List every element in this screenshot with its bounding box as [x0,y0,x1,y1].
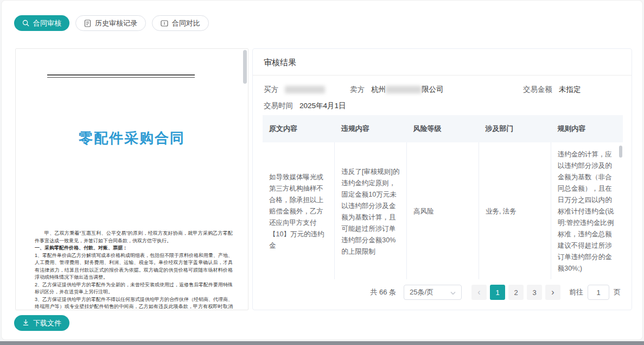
amount-value: 未指定 [559,85,581,95]
contract-section-heading: 一、采购零配件价格、付款、对账、票据： [35,244,233,252]
document-header-rule [47,74,195,78]
buyer-label: 买方 [264,85,278,95]
page-size-value: 25条/页 [410,287,433,297]
tab-label: 合同对比 [172,18,200,28]
cell-original: 如导致媒体曝光或第三方机构抽样不合格，除承担以上赔偿金额外，乙方还应向甲方支付【… [263,142,335,279]
contract-title: 零配件采购合同 [16,129,248,148]
document-scrollbar[interactable] [243,50,247,84]
seller-value-redacted [386,86,422,93]
prev-page-button[interactable]: ‹ [471,285,487,300]
amount-group: 交易金额 未指定 [523,85,581,95]
table-header-row: 原文内容 违规内容 风险等级 涉及部门 规则内容 [263,115,623,142]
download-button-label: 下载文件 [33,318,61,328]
download-icon [22,319,29,328]
download-file-button[interactable]: 下载文件 [14,315,69,331]
violations-table: 原文内容 违规内容 风险等级 涉及部门 规则内容 如导致媒体曝光或第三方机构抽样… [263,115,623,279]
seller-group: 卖方 杭州 限公司 [350,85,444,95]
page-button-2[interactable]: 2 [508,285,524,300]
contract-paragraph: 1、零配件单价由乙方分解填写成本价格构成明细表，包括但不限于原料价格和用量、产地… [35,252,233,281]
cell-risk: 高风险 [407,142,479,279]
next-page-button[interactable]: › [545,285,560,300]
info-row-parties: 买方 卖方 杭州 限公司 交易金额 未指定 [264,85,621,95]
buyer-value-redacted [285,86,325,93]
page-button-1[interactable]: 1 [490,285,505,300]
page-button-3[interactable]: 3 [527,285,542,300]
contract-paragraph: 甲、乙双方秉着“互惠互利、公平交易”的原则，经双方友好协商，就甲方采购乙方零配件… [35,230,233,244]
goto-label: 前往 [569,287,583,297]
document-icon [84,20,91,27]
goto-unit: 页 [614,287,621,297]
col-header-risk: 风险等级 [407,115,479,142]
contract-paragraph: 2、乙方保证提供给甲方的零配件为全新的，未曾经安装或使用过，返修售后零配件要用特… [35,281,233,296]
chevron-down-icon [450,288,456,297]
time-label: 交易时间 [264,101,293,111]
col-header-departments: 涉及部门 [479,115,551,142]
seller-value-prefix: 杭州 [371,85,386,95]
cell-rule: 违约金的计算，应以违约部分涉及的金额为基数（非合同总金额），且在日万分之四以内的… [551,142,623,279]
pagination: 共 66 条 25条/页 ‹ 1 2 3 › 前往 页 [370,285,621,300]
col-header-original: 原文内容 [263,115,335,142]
info-row-time: 交易时间 2025年4月1日 [264,101,621,111]
amount-label: 交易金额 [523,85,552,95]
total-count: 共 66 条 [370,287,396,297]
contract-body-text: 甲、乙双方秉着“互惠互利、公平交易”的原则，经双方友好协商，就甲方采购乙方零配件… [35,230,233,310]
panel-title: 审核结果 [253,49,632,76]
cell-violation: 违反了[审核规则]的违约金约定原则，固定金额10万元未以违约部分涉及金额为基数计… [335,142,407,279]
contract-info-section: 买方 卖方 杭州 限公司 交易金额 未指定 交易时间 2025年4月1日 [253,76,632,111]
cell-departments: 业务, 法务 [479,142,551,279]
goto-page-input[interactable] [588,285,609,300]
tab-contract-compare[interactable]: 合同对比 [152,15,209,31]
window-bottom-edge [0,341,644,345]
tab-history-records[interactable]: 历史审核记录 [75,15,146,31]
tab-contract-review[interactable]: 合同审核 [14,15,69,31]
goto-page-group: 前往 页 [569,285,621,300]
tab-label: 历史审核记录 [95,18,137,28]
pager: ‹ 1 2 3 › [471,285,560,300]
search-icon [22,20,29,27]
seller-value-suffix: 限公司 [422,85,444,95]
toolbar: 合同审核 历史审核记录 合同对比 [14,15,209,31]
table-row[interactable]: 如导致媒体曝光或第三方机构抽样不合格，除承担以上赔偿金额外，乙方还应向甲方支付【… [263,142,623,279]
contract-preview-panel: 零配件采购合同 甲、乙双方秉着“互惠互利、公平交易”的原则，经双方友好协商，就甲… [15,48,248,310]
col-header-violation: 违规内容 [335,115,407,142]
app-window: 合同审核 历史审核记录 合同对比 零配件采购合同 甲、乙双方秉着“互惠互利、公平… [1,0,643,340]
time-value: 2025年4月1日 [299,101,346,111]
seller-label: 卖方 [350,85,365,95]
review-results-panel: 审核结果 买方 卖方 杭州 限公司 交易金额 未指定 交易时间 2025年4月1… [252,48,632,310]
tab-label: 合同审核 [33,18,61,28]
compare-icon [161,20,168,27]
table-scrollbar[interactable] [619,146,622,158]
contract-paragraph: 3、乙方保证提供给甲方的零配件不得以任何形式提供给甲方的合作伙伴（经销商、代理商… [35,296,233,311]
col-header-rule: 规则内容 [551,115,623,142]
page-size-select[interactable]: 25条/页 [404,285,462,300]
